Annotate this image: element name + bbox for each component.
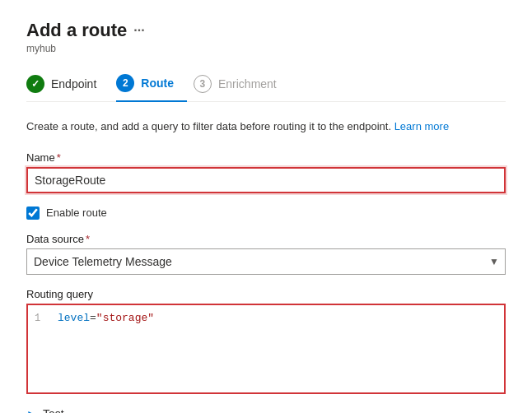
data-source-field-group: Data source* Device Telemetry Message De… bbox=[26, 233, 506, 275]
line-number-1: 1 bbox=[35, 312, 44, 324]
test-row[interactable]: ► Test bbox=[26, 407, 506, 414]
step-label-route: Route bbox=[141, 77, 174, 90]
enable-route-row: Enable route bbox=[26, 206, 506, 220]
data-source-select-wrapper: Device Telemetry Message Device Twin Cha… bbox=[26, 248, 506, 275]
data-source-required-marker: * bbox=[86, 233, 90, 245]
step-circle-route: 2 bbox=[116, 74, 134, 92]
code-key: level bbox=[58, 312, 90, 324]
page-title: Add a route ··· bbox=[26, 20, 145, 41]
step-circle-endpoint bbox=[26, 75, 44, 93]
tab-route[interactable]: 2 Route bbox=[116, 67, 187, 102]
tab-enrichment[interactable]: 3 Enrichment bbox=[194, 68, 290, 101]
ellipsis-menu-icon[interactable]: ··· bbox=[133, 23, 144, 38]
chevron-right-icon: ► bbox=[26, 408, 36, 414]
code-equals: = bbox=[90, 312, 96, 324]
step-tabs: Endpoint 2 Route 3 Enrichment bbox=[26, 67, 506, 102]
routing-query-editor[interactable]: 1 level="storage" bbox=[26, 304, 506, 394]
data-source-select[interactable]: Device Telemetry Message Device Twin Cha… bbox=[26, 248, 506, 275]
enable-route-label[interactable]: Enable route bbox=[46, 206, 107, 219]
description-text: Create a route, and add a query to filte… bbox=[26, 118, 506, 135]
page-subtitle: myhub bbox=[26, 43, 506, 54]
name-label: Name* bbox=[26, 151, 506, 164]
step-circle-enrichment: 3 bbox=[194, 75, 212, 93]
checkmark-icon bbox=[31, 78, 40, 90]
routing-query-field-group: Routing query 1 level="storage" bbox=[26, 288, 506, 394]
enable-route-checkbox[interactable] bbox=[26, 206, 40, 220]
code-value: "storage" bbox=[96, 312, 154, 324]
test-label: Test bbox=[43, 407, 64, 414]
routing-query-label: Routing query bbox=[26, 288, 506, 300]
name-input[interactable] bbox=[26, 167, 506, 193]
step-label-endpoint: Endpoint bbox=[51, 77, 96, 90]
name-field-group: Name* bbox=[26, 151, 506, 193]
name-required-marker: * bbox=[57, 151, 61, 164]
step-label-enrichment: Enrichment bbox=[218, 77, 277, 90]
tab-endpoint[interactable]: Endpoint bbox=[26, 68, 110, 101]
data-source-label: Data source* bbox=[26, 233, 506, 245]
code-content-1: level="storage" bbox=[58, 312, 154, 324]
learn-more-link[interactable]: Learn more bbox=[394, 120, 449, 132]
code-line-1: 1 level="storage" bbox=[35, 312, 497, 324]
